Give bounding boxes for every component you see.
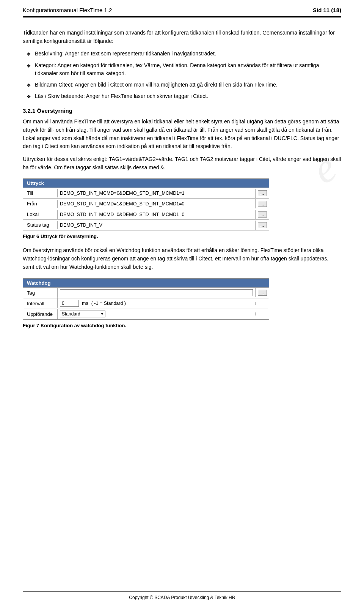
bullet-list: ❖ Beskrivning: Anger den text som repres…	[23, 50, 341, 101]
watchdog-select-wrapper: Standard	[60, 311, 105, 317]
uttryck-btn-statustag[interactable]: ...	[255, 221, 269, 230]
bullet-diamond-1: ❖	[27, 50, 31, 58]
watchdog-value-intervall: ms ( -1 = Standard )	[57, 298, 255, 308]
uttryck-row-fran: Från DEMO_STD_INT_MCMD=1&DEMO_STD_INT_MC…	[23, 198, 269, 209]
bullet-diamond-3: ❖	[27, 82, 31, 89]
uttryck-row-statustag: Status tag DEMO_STD_INT_V ...	[23, 219, 269, 230]
uttryck-label-till: Till	[23, 189, 57, 197]
uttryck-browse-fran[interactable]: ...	[258, 201, 267, 207]
section-321-para2: Uttrycken för dessa val skrivs enligt: T…	[23, 155, 341, 172]
bullet-item-3: ❖ Bildnamn Citect: Anger en bild i Citec…	[27, 81, 341, 89]
bullet-text-4: Läs / Skriv beteende: Anger hur FlexTime…	[35, 92, 208, 101]
uttryck-row-till: Till DEMO_STD_INT_MCMD=0&DEMO_STD_INT_MC…	[23, 188, 269, 198]
uttryck-btn-fran[interactable]: ...	[255, 199, 269, 208]
uttryck-label-lokal: Lokal	[23, 210, 57, 219]
watchdog-value-tag	[57, 288, 255, 298]
page-header: Konfigurationsmanual FlexTime 1.2 Sid 11…	[23, 0, 341, 17]
section-321-para1: Om man vill använda FlexTime till att öv…	[23, 118, 341, 151]
bullet-diamond-4: ❖	[27, 93, 31, 101]
watchdog-row-intervall: Intervall ms ( -1 = Standard )	[23, 298, 269, 309]
watchdog-tag-input[interactable]	[60, 289, 253, 296]
watchdog-btn-uppforande-empty	[255, 312, 269, 315]
watchdog-browse-tag[interactable]: ...	[258, 290, 267, 296]
watchdog-row-uppforande: Uppförande Standard	[23, 309, 269, 319]
uttryck-value-fran: DEMO_STD_INT_MCMD=1&DEMO_STD_INT_MCMD1=0	[57, 200, 255, 208]
uttryck-value-lokal: DEMO_STD_INT_MCMD=0&DEMO_STD_INT_MCMD1=0	[57, 210, 255, 219]
figure6-caption: Figur 6 Uttryck för överstyrning.	[23, 233, 341, 240]
footer-text: Copyright © SCADA Produkt Utveckling & T…	[129, 595, 235, 600]
uttryck-value-till: DEMO_STD_INT_MCMD=0&DEMO_STD_INT_MCMD1=1	[57, 189, 255, 197]
uttryck-label-fran: Från	[23, 199, 57, 208]
bullet-text-1: Beskrivning: Anger den text som represen…	[35, 50, 216, 58]
bullet-item-4: ❖ Läs / Skriv beteende: Anger hur FlexTi…	[27, 92, 341, 101]
section-321-heading: 3.2.1 Överstyrning	[23, 107, 341, 114]
watchdog-uppforande-select[interactable]: Standard	[60, 311, 105, 317]
watchdog-label-tag: Tag	[23, 289, 57, 297]
uttryck-btn-lokal[interactable]: ...	[255, 210, 269, 219]
bullet-diamond-2: ❖	[27, 62, 31, 70]
watchdog-label-uppforande: Uppförande	[23, 310, 57, 319]
watchdog-table-header: Watchdog	[23, 279, 269, 287]
bullet-item-1: ❖ Beskrivning: Anger den text som repres…	[27, 50, 341, 58]
watchdog-value-uppforande: Standard	[57, 309, 255, 319]
uttryck-browse-till[interactable]: ...	[258, 190, 267, 196]
watchdog-extra-standard: ( -1 = Standard )	[91, 301, 126, 306]
watchdog-btn-intervall-empty	[255, 302, 269, 305]
watchdog-table: Watchdog Tag ... Intervall ms ( -1 = Sta…	[23, 278, 269, 320]
watchdog-btn-tag[interactable]: ...	[255, 288, 269, 297]
intro-para1: Tidkanalen har en mängd inställningar so…	[23, 29, 341, 45]
watchdog-intervall-input[interactable]	[60, 300, 79, 307]
bullet-item-2: ❖ Kategori: Anger en kategori för tidkan…	[27, 62, 341, 78]
uttryck-browse-statustag[interactable]: ...	[258, 222, 267, 228]
uttryck-label-statustag: Status tag	[23, 221, 57, 229]
uttryck-browse-lokal[interactable]: ...	[258, 211, 267, 218]
uttryck-btn-till[interactable]: ...	[255, 189, 269, 198]
figure7-caption: Figur 7 Konfiguration av watchdog funkti…	[23, 322, 341, 330]
watchdog-label-intervall: Intervall	[23, 299, 57, 308]
bullet-text-3: Bildnamn Citect: Anger en bild i Citect …	[35, 81, 278, 89]
uttryck-table-header: Uttryck	[23, 179, 269, 188]
bullet-text-2: Kategori: Anger en kategori för tidkanal…	[35, 62, 341, 78]
uttryck-table: Uttryck Till DEMO_STD_INT_MCMD=0&DEMO_ST…	[23, 178, 269, 230]
header-title: Konfigurationsmanual FlexTime 1.2	[23, 7, 112, 13]
header-page: Sid 11 (18)	[313, 7, 341, 13]
uttryck-value-statustag: DEMO_STD_INT_V	[57, 221, 255, 229]
uttryck-row-lokal: Lokal DEMO_STD_INT_MCMD=0&DEMO_STD_INT_M…	[23, 209, 269, 219]
watchdog-row-tag: Tag ...	[23, 287, 269, 298]
section-321-para3: Om överstyrning används bör också en Wat…	[23, 246, 341, 271]
watchdog-unit-ms: ms	[82, 301, 88, 306]
page-footer: Copyright © SCADA Produkt Utveckling & T…	[23, 591, 341, 604]
